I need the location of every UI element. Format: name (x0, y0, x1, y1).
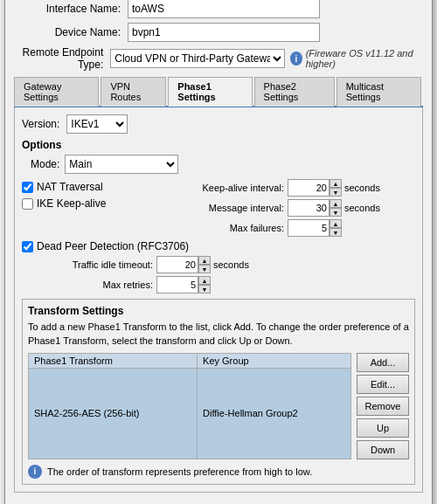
remote-endpoint-note: (Fireware OS v11.12 and higher) (306, 48, 423, 69)
mode-select[interactable]: Main Aggressive (65, 155, 178, 174)
max-failures-label: Max failures: (179, 223, 284, 233)
interface-name-input[interactable] (128, 0, 320, 18)
ike-keepalive-label: IKE Keep-alive (37, 197, 106, 210)
interface-name-row: Interface Name: (14, 0, 423, 18)
interface-name-label: Interface Name: (14, 3, 128, 15)
tab-vpn-routes[interactable]: VPN Routes (101, 77, 166, 107)
phase1-tab-content: Version: IKEv1 IKEv2 Options Mode: Main … (14, 107, 423, 493)
transform-table: Phase1 Transform Key Group SHA2-256-AES … (28, 353, 351, 459)
max-retries-input[interactable] (156, 276, 198, 293)
transform-table-section: Phase1 Transform Key Group SHA2-256-AES … (28, 353, 409, 459)
device-name-row: Device Name: (14, 23, 423, 42)
dead-peer-checkbox[interactable] (22, 241, 33, 252)
bottom-bar: OK Cancel Help (5, 500, 432, 504)
message-interval-spinner: ▲ ▼ (329, 199, 342, 217)
message-interval-down[interactable]: ▼ (329, 208, 342, 217)
down-transform-button[interactable]: Down (357, 440, 409, 459)
transform-col1-value: SHA2-256-AES (256-bit) (29, 368, 198, 459)
max-retries-row: Max retries: ▲ ▼ (39, 276, 415, 293)
dead-peer-row: Dead Peer Detection (RFC3706) (22, 240, 415, 252)
max-failures-spinner: ▲ ▼ (329, 219, 342, 237)
max-retries-spinner: ▲ ▼ (198, 276, 211, 293)
max-failures-down[interactable]: ▼ (329, 228, 342, 237)
remote-endpoint-info-icon[interactable]: i (290, 52, 302, 66)
traffic-idle-input[interactable] (156, 256, 198, 273)
message-interval-input[interactable] (288, 199, 329, 217)
dialog-window: R New BOVPN Virtual Interface ✕ Interfac… (4, 0, 433, 504)
tab-gateway-settings[interactable]: Gateway Settings (14, 77, 99, 107)
remove-transform-button[interactable]: Remove (357, 397, 409, 416)
message-interval-unit: seconds (344, 203, 380, 213)
remote-endpoint-row: Remote Endpoint Type: Cloud VPN or Third… (14, 46, 423, 71)
tab-phase2-settings[interactable]: Phase2 Settings (254, 77, 335, 107)
traffic-idle-down[interactable]: ▼ (198, 265, 211, 273)
max-retries-label: Max retries: (39, 280, 153, 290)
version-label: Version: (22, 118, 59, 130)
traffic-idle-label: Traffic idle timeout: (39, 259, 153, 270)
max-failures-up[interactable]: ▲ (329, 219, 342, 228)
transform-desc: To add a new Phase1 Transform to the lis… (28, 321, 409, 348)
transform-col1-header: Phase1 Transform (29, 353, 198, 368)
version-row: Version: IKEv1 IKEv2 (22, 114, 415, 134)
ike-keepalive-row: IKE Keep-alive (22, 197, 179, 210)
tab-multicast-settings[interactable]: Multicast Settings (336, 77, 421, 107)
nat-traversal-label: NAT Traversal (37, 181, 103, 193)
mode-row: Mode: Main Aggressive (31, 155, 415, 174)
keepalive-fields: Keep-alive interval: ▲ ▼ seconds Message… (179, 179, 380, 237)
traffic-idle-row: Traffic idle timeout: ▲ ▼ seconds (39, 256, 415, 273)
tab-phase1-settings[interactable]: Phase1 Settings (168, 77, 252, 107)
nat-traversal-checkbox[interactable] (22, 182, 33, 193)
version-select[interactable]: IKEv1 IKEv2 (66, 114, 128, 134)
keepalive-interval-unit: seconds (344, 183, 380, 193)
message-interval-label: Message interval: (179, 203, 284, 213)
message-interval-up[interactable]: ▲ (329, 199, 342, 208)
remote-endpoint-select[interactable]: Cloud VPN or Third-Party Gateway (110, 49, 285, 68)
traffic-idle-up[interactable]: ▲ (198, 256, 211, 265)
nat-traversal-row: NAT Traversal (22, 181, 179, 193)
transform-col2-value: Diffie-Hellman Group2 (198, 368, 351, 459)
dead-peer-label: Dead Peer Detection (RFC3706) (37, 240, 189, 252)
keepalive-interval-spinner: ▲ ▼ (329, 179, 342, 197)
max-retries-up[interactable]: ▲ (198, 276, 211, 285)
mode-label: Mode: (31, 158, 59, 170)
transform-button-group: Add... Edit... Remove Up Down (357, 353, 409, 459)
transform-settings-box: Transform Settings To add a new Phase1 T… (22, 299, 415, 485)
tab-bar: Gateway Settings VPN Routes Phase1 Setti… (14, 76, 423, 107)
keepalive-interval-input[interactable] (288, 179, 329, 197)
max-retries-down[interactable]: ▼ (198, 285, 211, 293)
keepalive-interval-up[interactable]: ▲ (329, 179, 342, 188)
transform-settings-title: Transform Settings (28, 305, 409, 317)
transform-note-text: The order of transform represents prefer… (47, 466, 312, 477)
max-failures-input[interactable] (288, 219, 329, 237)
keepalive-interval-down[interactable]: ▼ (329, 188, 342, 197)
device-name-label: Device Name: (14, 26, 128, 38)
device-name-input[interactable] (128, 23, 320, 42)
traffic-idle-spinner: ▲ ▼ (198, 256, 211, 273)
ike-keepalive-checkbox[interactable] (22, 198, 33, 210)
traffic-idle-unit: seconds (213, 259, 249, 270)
table-row[interactable]: SHA2-256-AES (256-bit) Diffie-Hellman Gr… (29, 368, 351, 459)
dead-peer-options: Traffic idle timeout: ▲ ▼ seconds Max re… (39, 256, 415, 293)
max-failures-row: Max failures: ▲ ▼ (179, 219, 380, 237)
options-heading: Options (22, 139, 415, 151)
message-interval-row: Message interval: ▲ ▼ seconds (179, 199, 380, 217)
keepalive-interval-row: Keep-alive interval: ▲ ▼ seconds (179, 179, 380, 197)
transform-note-icon: i (28, 465, 42, 479)
up-transform-button[interactable]: Up (357, 418, 409, 438)
nat-keepalive-section: NAT Traversal IKE Keep-alive Keep-alive … (22, 179, 415, 237)
transform-col2-header: Key Group (198, 353, 351, 368)
transform-note-row: i The order of transform represents pref… (28, 465, 409, 479)
checkbox-column: NAT Traversal IKE Keep-alive (22, 179, 179, 210)
edit-transform-button[interactable]: Edit... (357, 375, 409, 394)
add-transform-button[interactable]: Add... (357, 353, 409, 372)
remote-endpoint-label: Remote Endpoint Type: (14, 46, 110, 71)
keepalive-interval-label: Keep-alive interval: (179, 183, 284, 193)
